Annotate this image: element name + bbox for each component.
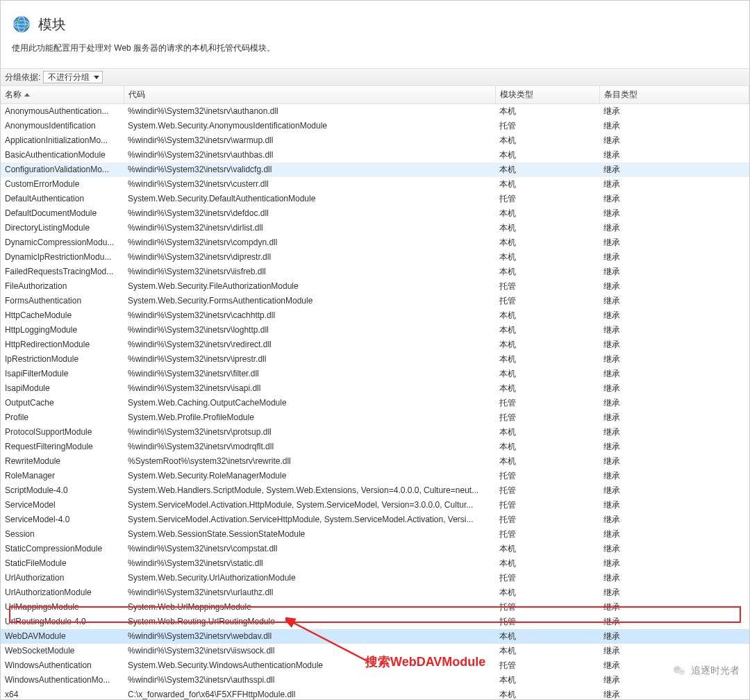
table-row[interactable]: DirectoryListingModule%windir%\System32\… xyxy=(1,221,749,235)
table-row[interactable]: WindowsAuthenticationMo...%windir%\Syste… xyxy=(1,673,749,688)
cell-module-type: 本机 xyxy=(495,148,599,162)
cell-entry-type: 继承 xyxy=(599,527,749,542)
cell-code: System.Web.Security.AnonymousIdentificat… xyxy=(124,119,495,133)
table-row[interactable]: AnonymousAuthentication...%windir%\Syste… xyxy=(1,104,749,119)
table-row[interactable]: ScriptModule-4.0System.Web.Handlers.Scri… xyxy=(1,483,749,498)
table-row[interactable]: WindowsAuthenticationSystem.Web.Security… xyxy=(1,658,749,673)
table-row[interactable]: DynamicCompressionModu...%windir%\System… xyxy=(1,235,749,250)
cell-name: RequestFilteringModule xyxy=(1,440,124,454)
cell-name: UrlMappingsModule xyxy=(1,600,124,615)
sort-asc-icon xyxy=(24,93,30,97)
table-row[interactable]: OutputCacheSystem.Web.Caching.OutputCach… xyxy=(1,396,749,410)
cell-module-type: 本机 xyxy=(495,542,599,556)
group-by-label: 分组依据: xyxy=(5,72,40,83)
column-header-row: 名称 代码 模块类型 条目类型 xyxy=(1,86,749,104)
cell-entry-type: 继承 xyxy=(599,308,749,323)
col-header-entry-type[interactable]: 条目类型 xyxy=(599,86,749,104)
table-row[interactable]: ConfigurationValidationMo...%windir%\Sys… xyxy=(1,162,749,177)
cell-code: %windir%\System32\inetsrv\iiswsock.dll xyxy=(124,644,495,658)
table-row[interactable]: HttpRedirectionModule%windir%\System32\i… xyxy=(1,338,749,352)
col-header-name[interactable]: 名称 xyxy=(1,86,124,104)
table-row[interactable]: IsapiFilterModule%windir%\System32\inets… xyxy=(1,367,749,381)
col-header-module-type[interactable]: 模块类型 xyxy=(495,86,599,104)
table-row[interactable]: DefaultAuthenticationSystem.Web.Security… xyxy=(1,192,749,206)
table-row[interactable]: UrlAuthorizationSystem.Web.Security.UrlA… xyxy=(1,571,749,585)
table-row[interactable]: UrlMappingsModuleSystem.Web.UrlMappingsM… xyxy=(1,600,749,615)
table-row[interactable]: SessionSystem.Web.SessionState.SessionSt… xyxy=(1,527,749,542)
cell-entry-type: 继承 xyxy=(599,498,749,512)
cell-name: UrlRoutingModule-4.0 xyxy=(1,615,124,629)
cell-name: FailedRequestsTracingMod... xyxy=(1,265,124,279)
cell-name: DynamicIpRestrictionModu... xyxy=(1,250,124,265)
table-row[interactable]: WebDAVModule%windir%\System32\inetsrv\we… xyxy=(1,629,749,644)
cell-code: System.Web.Profile.ProfileModule xyxy=(124,410,495,425)
title-row: 模块 xyxy=(12,15,738,34)
cell-entry-type: 继承 xyxy=(599,104,749,119)
table-row[interactable]: CustomErrorModule%windir%\System32\inets… xyxy=(1,177,749,192)
cell-name: ApplicationInitializationMo... xyxy=(1,133,124,148)
cell-module-type: 本机 xyxy=(495,104,599,119)
cell-name: WebSocketModule xyxy=(1,644,124,658)
cell-code: %windir%\System32\inetsrv\dirlist.dll xyxy=(124,221,495,235)
table-row[interactable]: FormsAuthenticationSystem.Web.Security.F… xyxy=(1,294,749,308)
cell-code: %windir%\System32\inetsrv\warmup.dll xyxy=(124,133,495,148)
cell-entry-type: 继承 xyxy=(599,571,749,585)
table-row[interactable]: IpRestrictionModule%windir%\System32\ine… xyxy=(1,352,749,367)
group-by-select[interactable]: 不进行分组 xyxy=(43,71,103,83)
table-row[interactable]: ServiceModelSystem.ServiceModel.Activati… xyxy=(1,498,749,512)
svg-point-7 xyxy=(676,668,677,669)
table-row[interactable]: ApplicationInitializationMo...%windir%\S… xyxy=(1,133,749,148)
table-row[interactable]: RewriteModule%SystemRoot%\system32\inets… xyxy=(1,454,749,469)
table-row[interactable]: StaticFileModule%windir%\System32\inetsr… xyxy=(1,556,749,571)
cell-entry-type: 继承 xyxy=(599,367,749,381)
table-row[interactable]: x64C:\x_forwarded_for\x64\F5XFFHttpModul… xyxy=(1,688,749,700)
table-row[interactable]: AnonymousIdentificationSystem.Web.Securi… xyxy=(1,119,749,133)
table-row[interactable]: IsapiModule%windir%\System32\inetsrv\isa… xyxy=(1,381,749,396)
cell-code: %windir%\System32\inetsrv\redirect.dll xyxy=(124,338,495,352)
table-row[interactable]: StaticCompressionModule%windir%\System32… xyxy=(1,542,749,556)
table-row[interactable]: WebSocketModule%windir%\System32\inetsrv… xyxy=(1,644,749,658)
table-row[interactable]: BasicAuthenticationModule%windir%\System… xyxy=(1,148,749,162)
table-row[interactable]: ProfileSystem.Web.Profile.ProfileModule托… xyxy=(1,410,749,425)
cell-code: %windir%\System32\inetsrv\diprestr.dll xyxy=(124,250,495,265)
table-row[interactable]: UrlRoutingModule-4.0System.Web.Routing.U… xyxy=(1,615,749,629)
table-row[interactable]: ServiceModel-4.0System.ServiceModel.Acti… xyxy=(1,512,749,527)
cell-name: WebDAVModule xyxy=(1,629,124,644)
globe-icon xyxy=(12,15,31,34)
cell-code: %windir%\System32\inetsrv\protsup.dll xyxy=(124,425,495,440)
cell-code: System.Web.Routing.UrlRoutingModule xyxy=(124,615,495,629)
table-row[interactable]: FailedRequestsTracingMod...%windir%\Syst… xyxy=(1,265,749,279)
cell-name: DynamicCompressionModu... xyxy=(1,235,124,250)
cell-name: RoleManager xyxy=(1,469,124,483)
group-by-value: 不进行分组 xyxy=(48,72,90,82)
svg-point-8 xyxy=(678,668,679,669)
cell-code: %windir%\System32\inetsrv\modrqflt.dll xyxy=(124,440,495,454)
cell-code: System.Web.Security.WindowsAuthenticatio… xyxy=(124,658,495,673)
table-row[interactable]: DefaultDocumentModule%windir%\System32\i… xyxy=(1,206,749,221)
cell-entry-type: 继承 xyxy=(599,381,749,396)
cell-entry-type: 继承 xyxy=(599,644,749,658)
table-row[interactable]: RoleManagerSystem.Web.Security.RoleManag… xyxy=(1,469,749,483)
table-row[interactable]: RequestFilteringModule%windir%\System32\… xyxy=(1,440,749,454)
cell-module-type: 本机 xyxy=(495,235,599,250)
cell-module-type: 本机 xyxy=(495,556,599,571)
cell-name: BasicAuthenticationModule xyxy=(1,148,124,162)
table-row[interactable]: UrlAuthorizationModule%windir%\System32\… xyxy=(1,585,749,600)
cell-entry-type: 继承 xyxy=(599,133,749,148)
table-row[interactable]: HttpLoggingModule%windir%\System32\inets… xyxy=(1,323,749,338)
table-row[interactable]: ProtocolSupportModule%windir%\System32\i… xyxy=(1,425,749,440)
cell-module-type: 托管 xyxy=(495,483,599,498)
iis-modules-window: 模块 使用此功能配置用于处理对 Web 服务器的请求的本机和托管代码模块。 分组… xyxy=(0,0,750,700)
col-header-code[interactable]: 代码 xyxy=(124,86,495,104)
cell-code: %windir%\System32\inetsrv\static.dll xyxy=(124,556,495,571)
cell-name: IsapiModule xyxy=(1,381,124,396)
cell-module-type: 托管 xyxy=(495,294,599,308)
cell-code: System.Web.Caching.OutputCacheModule xyxy=(124,396,495,410)
cell-name: ProtocolSupportModule xyxy=(1,425,124,440)
watermark: 追逐时光者 xyxy=(672,663,740,678)
table-row[interactable]: DynamicIpRestrictionModu...%windir%\Syst… xyxy=(1,250,749,265)
table-row[interactable]: HttpCacheModule%windir%\System32\inetsrv… xyxy=(1,308,749,323)
cell-name: WindowsAuthentication xyxy=(1,658,124,673)
cell-name: ServiceModel xyxy=(1,498,124,512)
table-row[interactable]: FileAuthorizationSystem.Web.Security.Fil… xyxy=(1,279,749,294)
